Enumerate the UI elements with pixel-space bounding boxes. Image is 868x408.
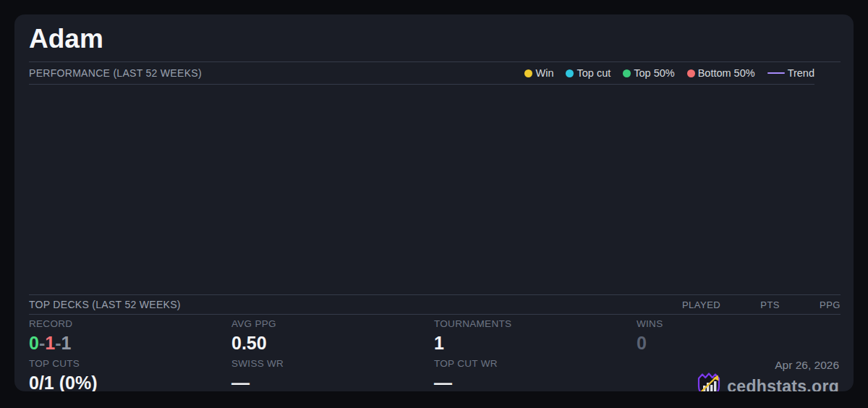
legend-item-trend: Trend [767,67,814,79]
legend-item-top-cut: Top cut [566,67,610,79]
record-wins: 0 [29,333,39,353]
stat-label: RECORD [29,318,231,330]
legend-item-top-50: Top 50% [623,67,674,79]
trend-line-icon [767,72,785,75]
page-title: Adam [29,23,839,55]
stat-label: TOP CUT WR [434,358,637,370]
top-decks-columns: PLAYED PTS PPG [642,299,841,310]
record-losses: 1 [45,333,55,353]
column-played: PLAYED [682,299,720,310]
legend-item-win: Win [524,67,553,79]
stat-label: SWISS WR [231,358,434,370]
wins-value: 0 [637,332,839,354]
brand-row: cedhstats.org [697,372,839,391]
stat-label: TOP CUTS [29,358,231,370]
avg-ppg-value: 0.50 [231,332,434,354]
chart-legend: Win Top cut Top 50% Bottom 50% Trend [524,67,814,79]
top-cuts-value: 0/1 (0%) [29,372,231,391]
stat-avg-ppg: AVG PPG 0.50 [231,318,434,354]
column-pts: PTS [760,299,780,310]
record-value: 0-1-1 [29,332,231,354]
bottom-50-dot-icon [687,69,695,77]
top-decks-heading: TOP DECKS (LAST 52 WEEKS) [29,299,181,310]
performance-header: PERFORMANCE (LAST 52 WEEKS) Win Top cut … [29,62,814,85]
stat-swiss-wr: SWISS WR — [231,358,434,391]
legend-label: Top cut [576,67,610,79]
record-draws: 1 [61,333,71,353]
tournaments-value: 1 [434,332,637,354]
win-dot-icon [524,69,532,77]
stat-top-cuts: TOP CUTS 0/1 (0%) [29,358,231,391]
footer-brand-block: Apr 26, 2026 cedhstats.org [637,358,839,391]
stats-grid: RECORD 0-1-1 AVG PPG 0.50 TOURNAMENTS 1 … [29,318,839,391]
top-decks-header: TOP DECKS (LAST 52 WEEKS) PLAYED PTS PPG [29,294,841,315]
record-separator: - [39,333,45,353]
player-stats-card: Adam PERFORMANCE (LAST 52 WEEKS) Win Top… [14,14,854,391]
generated-date: Apr 26, 2026 [775,359,839,371]
stat-label: WINS [637,318,839,330]
swiss-wr-value: — [231,372,434,391]
stat-wins: WINS 0 [637,318,839,354]
column-ppg: PPG [820,299,841,310]
stat-label: TOURNAMENTS [434,318,637,330]
legend-label: Trend [788,67,814,79]
legend-label: Bottom 50% [698,67,755,79]
top-cut-wr-value: — [434,372,637,391]
stat-tournaments: TOURNAMENTS 1 [434,318,637,354]
stat-record: RECORD 0-1-1 [29,318,231,354]
brand-name: cedhstats.org [727,377,839,392]
legend-item-bottom-50: Bottom 50% [687,67,755,79]
stat-top-cut-wr: TOP CUT WR — [434,358,637,391]
cedhstats-shield-logo-icon [697,372,721,391]
legend-label: Top 50% [634,67,674,79]
performance-heading: PERFORMANCE (LAST 52 WEEKS) [29,67,202,79]
top-50-dot-icon [623,69,631,77]
legend-label: Win [535,67,553,79]
performance-chart-empty [14,85,854,294]
stat-label: AVG PPG [231,318,434,330]
top-cut-dot-icon [566,69,574,77]
